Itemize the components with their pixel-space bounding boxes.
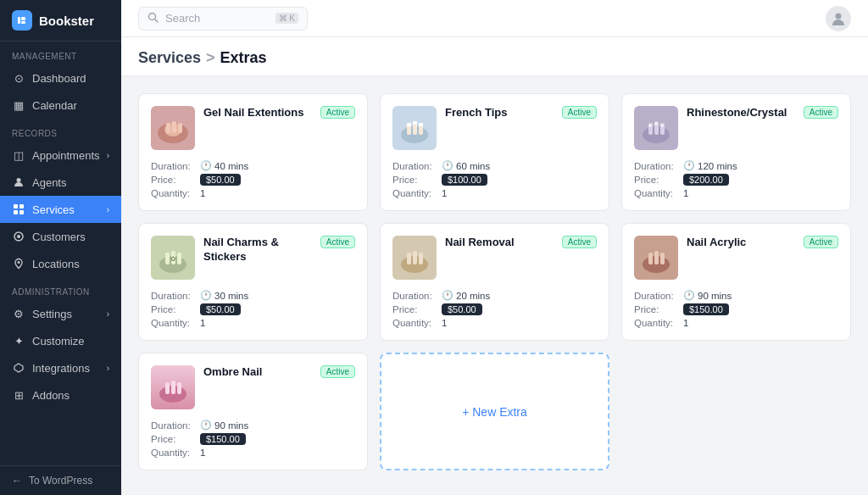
sidebar-item-locations[interactable]: Locations bbox=[0, 250, 121, 277]
price-row: Price: $100.00 bbox=[392, 174, 597, 186]
duration-label: Duration: bbox=[151, 291, 200, 301]
svg-rect-53 bbox=[165, 382, 170, 394]
service-details: Duration: 🕐 40 mins Price: $50.00 Quanti… bbox=[151, 160, 355, 198]
duration-row: Duration: 🕐 30 mins bbox=[151, 290, 355, 301]
service-card-1[interactable]: Gel Nail Extentions Active Duration: 🕐 4… bbox=[138, 93, 368, 211]
status-badge: Active bbox=[320, 236, 355, 248]
service-card-2[interactable]: French Tips Active Duration: 🕐 60 mins P… bbox=[380, 93, 609, 211]
sidebar-item-calendar[interactable]: ▦ Calendar bbox=[0, 92, 121, 119]
status-badge: Active bbox=[804, 236, 838, 248]
sidebar-item-settings[interactable]: ⚙ Settings › bbox=[0, 300, 121, 327]
svg-rect-49 bbox=[654, 251, 659, 264]
settings-icon: ⚙ bbox=[12, 307, 25, 320]
locations-icon bbox=[12, 257, 25, 270]
price-row: Price: $50.00 bbox=[151, 174, 355, 186]
price-label: Price: bbox=[634, 304, 683, 314]
svg-rect-54 bbox=[171, 381, 175, 394]
duration-label: Duration: bbox=[151, 161, 200, 171]
clock-icon: 🕐 bbox=[200, 420, 212, 431]
service-card-6[interactable]: Nail Acrylic Active Duration: 🕐 90 mins … bbox=[621, 223, 851, 341]
app-logo[interactable]: Bookster bbox=[0, 0, 121, 42]
svg-rect-2 bbox=[21, 21, 25, 24]
svg-rect-50 bbox=[660, 253, 665, 264]
price-row: Price: $50.00 bbox=[392, 303, 597, 315]
agents-label: Agents bbox=[32, 176, 66, 189]
service-title-row: Nail Charms & Stickers Active bbox=[203, 236, 355, 264]
price-label: Price: bbox=[151, 304, 200, 314]
price-label: Price: bbox=[392, 304, 442, 314]
new-extra-label: + New Extra bbox=[462, 405, 527, 419]
search-shortcut: ⌘ K bbox=[275, 13, 298, 24]
svg-rect-26 bbox=[419, 123, 423, 126]
sidebar-item-customize[interactable]: ✦ Customize bbox=[0, 327, 121, 354]
service-details: Duration: 🕐 30 mins Price: $50.00 Quanti… bbox=[151, 290, 355, 328]
duration-value: 40 mins bbox=[214, 161, 248, 171]
service-card-header: Gel Nail Extentions Active bbox=[151, 106, 355, 150]
services-icon bbox=[12, 203, 25, 216]
service-card-5[interactable]: Nail Removal Active Duration: 🕐 20 mins … bbox=[380, 223, 609, 341]
sidebar-item-customers[interactable]: Customers bbox=[0, 223, 121, 250]
services-label: Services bbox=[32, 203, 75, 216]
addons-label: Addons bbox=[32, 389, 70, 402]
price-value: $200.00 bbox=[683, 174, 729, 186]
svg-point-10 bbox=[18, 261, 20, 264]
price-label: Price: bbox=[634, 175, 683, 185]
duration-row: Duration: 🕐 20 mins bbox=[392, 290, 597, 301]
quantity-row: Quantity: 1 bbox=[634, 188, 838, 198]
sidebar-item-dashboard[interactable]: ⊙ Dashboard bbox=[0, 64, 121, 92]
status-badge: Active bbox=[562, 106, 597, 119]
svg-rect-44 bbox=[413, 251, 417, 264]
breadcrumb-separator: > bbox=[206, 49, 215, 67]
service-card-4[interactable]: ✿ Nail Charms & Stickers Active Duration… bbox=[138, 223, 368, 341]
quantity-value: 1 bbox=[200, 448, 205, 458]
svg-point-32 bbox=[649, 125, 652, 127]
management-label: Management bbox=[0, 42, 121, 64]
settings-chevron: › bbox=[107, 309, 109, 319]
breadcrumb-parent[interactable]: Services bbox=[138, 49, 201, 67]
status-badge: Active bbox=[562, 236, 597, 248]
quantity-value: 1 bbox=[200, 188, 205, 198]
sidebar-item-addons[interactable]: ⊞ Addons bbox=[0, 381, 121, 409]
duration-value: 90 mins bbox=[214, 420, 248, 431]
sidebar-item-services[interactable]: Services › bbox=[0, 196, 121, 223]
duration-value: 20 mins bbox=[456, 291, 490, 301]
service-thumbnail bbox=[151, 365, 195, 409]
service-details: Duration: 🕐 60 mins Price: $100.00 Quant… bbox=[392, 160, 597, 198]
app-name: Bookster bbox=[39, 14, 94, 28]
quantity-row: Quantity: 1 bbox=[392, 188, 597, 198]
quantity-row: Quantity: 1 bbox=[151, 188, 355, 198]
avatar[interactable] bbox=[826, 6, 851, 31]
administration-label: Administration bbox=[0, 277, 121, 300]
svg-point-11 bbox=[149, 13, 156, 19]
service-title-row: Gel Nail Extentions Active bbox=[203, 106, 355, 120]
sidebar-item-integrations[interactable]: Integrations › bbox=[0, 354, 121, 381]
svg-rect-18 bbox=[178, 123, 182, 133]
svg-point-12 bbox=[836, 13, 842, 19]
sidebar-item-agents[interactable]: Agents bbox=[0, 169, 121, 196]
quantity-label: Quantity: bbox=[151, 188, 200, 198]
svg-rect-1 bbox=[21, 17, 25, 20]
quantity-row: Quantity: 1 bbox=[634, 318, 838, 328]
search-bar[interactable]: Search ⌘ K bbox=[138, 7, 308, 31]
service-thumbnail bbox=[392, 236, 437, 280]
service-title-row: French Tips Active bbox=[445, 106, 597, 120]
svg-rect-45 bbox=[419, 253, 423, 264]
price-label: Price: bbox=[392, 175, 442, 185]
search-placeholder: Search bbox=[165, 12, 269, 25]
new-extra-card[interactable]: + New Extra bbox=[380, 353, 609, 470]
service-title: Rhinestone/Crystal bbox=[687, 106, 787, 120]
quantity-row: Quantity: 1 bbox=[151, 318, 355, 328]
svg-rect-48 bbox=[648, 253, 653, 264]
service-title-row: Rhinestone/Crystal Active bbox=[687, 106, 838, 120]
back-to-wordpress[interactable]: ← To WordPress bbox=[0, 465, 121, 495]
service-card-7[interactable]: Ombre Nail Active Duration: 🕐 90 mins Pr… bbox=[138, 353, 368, 470]
calendar-label: Calendar bbox=[32, 99, 77, 112]
svg-point-33 bbox=[655, 123, 658, 125]
svg-rect-39 bbox=[177, 253, 181, 264]
price-label: Price: bbox=[151, 175, 200, 185]
price-value: $150.00 bbox=[200, 433, 246, 445]
duration-label: Duration: bbox=[634, 161, 683, 171]
service-card-3[interactable]: Rhinestone/Crystal Active Duration: 🕐 12… bbox=[621, 93, 851, 211]
service-title: Ombre Nail bbox=[203, 365, 262, 380]
sidebar-item-appointments[interactable]: ◫ Appointments › bbox=[0, 142, 121, 169]
